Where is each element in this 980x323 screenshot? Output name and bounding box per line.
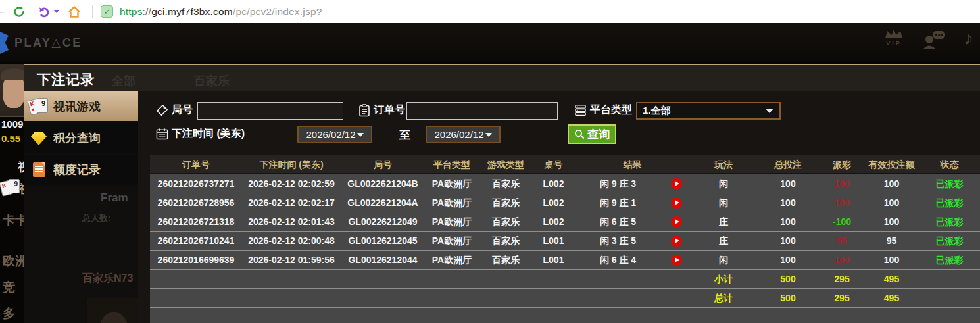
payout-cell: 100	[820, 193, 864, 212]
empty-row	[150, 308, 980, 323]
app-header: PLAY△CE VIP ♪	[0, 23, 980, 62]
platform-select[interactable]: 1.全部	[636, 102, 781, 120]
play-video-icon[interactable]	[671, 236, 682, 247]
order-label: 订单号	[374, 103, 405, 117]
result-cell: 闲 9 庄 3	[574, 174, 662, 193]
round-no-cell: GL00226212049	[341, 212, 425, 231]
lobby-label: 竞	[3, 279, 15, 296]
lobby-label: 多	[3, 305, 15, 322]
result-cell: 闲 6 庄 4	[574, 251, 662, 269]
address-bar[interactable]: https://gci.myf7f3bx.com/pc/pcv2/index.j…	[120, 6, 322, 18]
table-no-cell: L002	[533, 174, 574, 193]
url-path: /pc/pcv2/index.jsp?	[233, 6, 322, 17]
sidebar-item-points-query[interactable]: 积分查询	[24, 123, 138, 153]
date-from-picker[interactable]: 2026/02/12	[297, 126, 372, 143]
undo-dropdown-caret-icon[interactable]	[54, 10, 59, 13]
url-domain: gci.myf7f3bx.com	[151, 6, 233, 17]
subtotal-total-bet: 500	[756, 270, 820, 288]
game-type-cell: 百家乐	[479, 232, 533, 250]
background-ghost-text: 百家乐N73	[82, 272, 133, 286]
order-input[interactable]	[406, 102, 558, 120]
result-cell: 闲 3 庄 5	[574, 232, 662, 250]
order-no-cell: 260212026728956	[150, 193, 242, 212]
col-header: 状态	[919, 155, 980, 173]
play-video-icon[interactable]	[671, 255, 682, 266]
lobby-label: 欧洲厅	[3, 253, 24, 270]
valid-bet-cell: 100	[864, 251, 919, 269]
col-header: 下注时间 (美东)	[242, 155, 341, 173]
replay-cell	[662, 251, 691, 269]
music-note-icon: ♪	[964, 28, 973, 48]
bet-time-cell: 2026-02-12 02:02:59	[242, 174, 341, 193]
status-badge: 已派彩	[919, 212, 980, 231]
game-type-cell: 百家乐	[479, 251, 533, 269]
url-scheme: https	[120, 6, 143, 17]
play-video-icon[interactable]	[671, 216, 682, 228]
sidebar-item-video-games[interactable]: K9 视讯游戏	[24, 91, 138, 121]
search-icon	[574, 129, 585, 139]
replay-cell	[662, 232, 691, 250]
customer-service-button[interactable]	[921, 28, 946, 49]
col-header: 玩法	[691, 155, 756, 173]
bet-time-label: 下注时间 (美东)	[172, 127, 245, 141]
order-no-cell: 260212026710241	[150, 232, 242, 250]
platform-cell: PA欧洲厅	[425, 193, 479, 212]
play-type-cell: 庄	[691, 212, 756, 231]
music-button[interactable]: ♪	[964, 28, 973, 48]
brand-logo: PLAY△CE	[14, 36, 82, 50]
table-row: 260212026728956 2026-02-12 02:02:17 GL00…	[150, 193, 980, 212]
browser-toolbar: – ✓ https://gci.myf7f3bx.com/pc/pcv2/ind…	[0, 0, 980, 23]
col-header: 有效投注额	[864, 155, 919, 173]
sidebar-item-label: 视讯游戏	[53, 99, 101, 114]
search-button[interactable]: 查询	[568, 124, 616, 144]
play-type-cell: 闲	[691, 174, 756, 193]
sidebar-item-credit-records[interactable]: 额度记录	[24, 155, 138, 184]
chat-person-icon	[921, 28, 946, 49]
toolbar-divider	[92, 5, 93, 18]
panel-title-bar: 下注记录 全部 百家乐	[24, 65, 980, 91]
col-header: 总投注	[756, 155, 820, 173]
vip-button[interactable]: VIP	[883, 28, 904, 47]
platform-select-value: 1.全部	[637, 105, 766, 117]
play-video-icon[interactable]	[671, 197, 682, 209]
vip-label: VIP	[886, 40, 902, 47]
background-ghost-text: 全部	[112, 73, 135, 89]
undo-icon[interactable]	[36, 4, 52, 20]
subtotal-row: 小计 500 295 495	[150, 270, 980, 289]
result-cell: 闲 9 庄 1	[574, 193, 662, 212]
payout-cell: -100	[820, 212, 864, 231]
clipped-text: 视	[18, 159, 24, 175]
order-no-cell: 260212016699639	[150, 251, 242, 269]
tag-icon	[156, 104, 168, 116]
refresh-icon[interactable]	[11, 4, 27, 20]
payout-cell: 95	[820, 232, 864, 250]
round-input[interactable]	[197, 102, 343, 120]
security-shield-icon[interactable]: ✓	[101, 5, 113, 18]
game-type-cell: 百家乐	[479, 212, 533, 231]
play-type-cell: 庄	[691, 232, 756, 250]
bet-records-table: 订单号 下注时间 (美东) 局号 平台类型 游戏类型 桌号 结果 玩法 总投注 …	[150, 155, 980, 323]
date-to-picker[interactable]: 2026/02/12	[426, 126, 501, 143]
background-ghost-text: 总人数:	[82, 212, 110, 224]
total-bet-cell: 100	[756, 193, 820, 212]
platform-cell: PA欧洲厅	[425, 251, 479, 269]
background-ghost-text: 百家乐	[194, 73, 230, 89]
valid-bet-cell: 100	[864, 174, 919, 193]
col-header: 订单号	[150, 155, 242, 173]
platform-cell: PA欧洲厅	[425, 232, 479, 250]
total-row: 总计 500 295 495	[150, 289, 980, 308]
bet-time-cell: 2026-02-12 01:59:56	[242, 251, 341, 269]
status-badge: 已派彩	[919, 193, 980, 212]
status-badge: 已派彩	[919, 251, 980, 269]
home-icon[interactable]	[66, 4, 82, 20]
replay-cell	[662, 193, 691, 212]
sidebar: K9 视讯游戏 积分查询 额度记录 Fram 总人数: 百家乐N73	[24, 91, 138, 323]
bet-time-cell: 2026-02-12 02:01:43	[242, 212, 341, 231]
avatar	[0, 64, 24, 117]
url-separator: ://	[143, 6, 152, 17]
play-video-icon[interactable]	[671, 178, 682, 189]
round-label: 局号	[172, 103, 193, 117]
round-no-cell: GL00126212045	[341, 232, 425, 250]
subtotal-label: 小计	[691, 270, 756, 288]
col-header: 局号	[341, 155, 425, 173]
